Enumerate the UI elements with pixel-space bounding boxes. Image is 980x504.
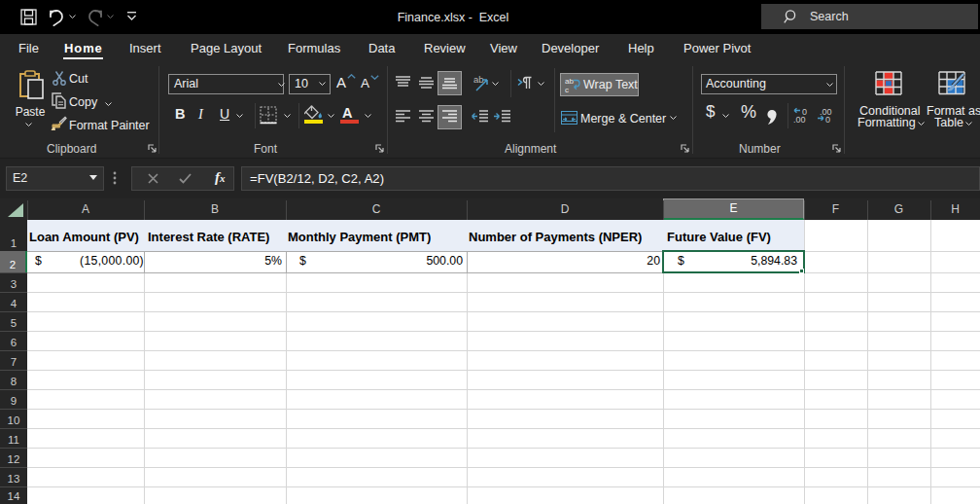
svg-text:ab: ab xyxy=(473,75,484,85)
svg-text:.00: .00 xyxy=(793,115,806,124)
svg-text:0: 0 xyxy=(825,115,830,124)
svg-text:c: c xyxy=(565,86,569,93)
